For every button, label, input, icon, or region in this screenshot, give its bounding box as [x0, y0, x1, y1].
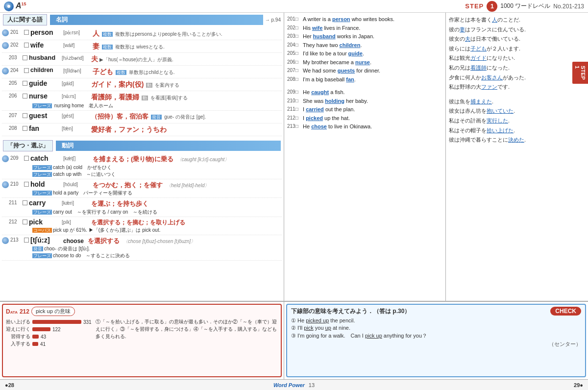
jp-203: 彼女の夫は日本で働いている. — [449, 35, 585, 44]
checkbox-212[interactable] — [23, 219, 27, 224]
spacer — [287, 84, 442, 88]
data-box-content: 拾い上げる 331 迎えに行く 122 習得する 43 — [6, 318, 278, 348]
word-entry-205: 205 guide [gáid] ガイド，案内(役) 動 を案内する — [2, 78, 282, 91]
globe-icon-210 — [2, 181, 9, 188]
words-section1: 201 person [pɑ́ːrsn] 人 複数 複数形はpersonsよりp… — [0, 27, 284, 136]
word-entry-206: 206 nurse [nɑ́ːrs] 看護師，看護婦 動 を看護[看病]する フ… — [2, 91, 282, 111]
bar-row-2: 迎えに行く 122 — [6, 326, 92, 333]
section1-title-en: 名詞 — [50, 15, 263, 25]
check-box-area: 下線部の意味を考えてみよう．（答は p.30） CHECK ① He picke… — [284, 302, 588, 379]
word-entry-208: 208 fan [fǽn] 愛好者，ファン；うちわ — [2, 123, 282, 136]
sentences-panel: 201□ A writer is a person who writes boo… — [284, 13, 446, 301]
checkbox-205[interactable] — [23, 81, 27, 86]
sentences-bottom: 209□ He caught a fish. 210□ She was hold… — [287, 88, 442, 131]
checkbox-211[interactable] — [23, 200, 27, 205]
word-power: Word Power — [273, 382, 305, 388]
step-label: STEP — [465, 2, 484, 10]
word-entry-204: 204 children [tʃíldrən] 子ども 複数 単数形はchild… — [2, 66, 282, 78]
jp-translations-bottom: 彼は魚を捕まえた. 彼女は赤ん坊を抱いていた. 私はその計画を実行した. 私はそ… — [449, 98, 585, 145]
phrase-211: フレーズcarry out ～を実行する / carry on ～を続ける — [32, 209, 157, 216]
sentence-204: 204□ They have two children. — [287, 41, 442, 49]
left-panel: 人に関する語 名詞 → p.94 201 person [pɑ́ːrsn] 人 … — [0, 13, 284, 301]
jp-205: 私は観光ガイドになりたい. — [449, 54, 585, 63]
checkbox-209[interactable] — [24, 156, 29, 161]
check-box: 下線部の意味を考えてみよう．（答は p.30） CHECK ① He picke… — [286, 304, 586, 377]
sentence-201: 201□ A writer is a person who writes boo… — [287, 15, 442, 24]
step-side-badge: STEP1 — [572, 62, 588, 84]
sentence-207: 207□ We had some guests for dinner. — [287, 67, 442, 75]
section1-header: 人に関する語 名詞 → p.94 — [0, 13, 284, 27]
check-badge: CHECK — [550, 307, 581, 316]
checkbox-201[interactable] — [24, 30, 29, 35]
check-title: 下線部の意味を考えてみよう．（答は p.30） — [291, 307, 410, 316]
header-right: STEP 1 1000 ワードレベル No.201-213 — [465, 1, 584, 12]
sentence-210: 210□ She was holding her baby. — [287, 97, 442, 105]
word-entry-211: 211 carry [kǽri] を運ぶ；を持ち歩く フレーズcarry out… — [2, 198, 282, 217]
phrase-206: フレーズ nursing home 老人ホーム — [32, 102, 113, 109]
word-entry-210: 210 hold [hóuld] をつかむ，抱く；を催す 〈held [héld… — [2, 179, 282, 198]
data-num: 212 — [20, 308, 29, 315]
data-box-area: Data 212 pick up の意味 拾い上げる 331 迎えに行く — [0, 302, 284, 379]
sentences-top: 201□ A writer is a person who writes boo… — [287, 15, 442, 83]
section2-title-jp: 「持つ・選ぶ」 — [3, 140, 53, 151]
sentence-212: 212□ I picked up the hat. — [287, 114, 442, 122]
words-section2: 209 catch [kǽtʃ] を捕まえる；(乗り物)に乗る 〈caught … — [0, 153, 284, 261]
sentence-206: 206□ My brother became a nurse. — [287, 58, 442, 67]
bar-row-4: 入手する 41 — [6, 341, 92, 347]
logo: A15 — [16, 1, 26, 10]
checkbox-208[interactable] — [23, 126, 27, 131]
checkbox-204[interactable] — [24, 68, 29, 73]
level-text: 1000 ワードレベル — [500, 2, 550, 10]
globe-icon-213 — [2, 237, 9, 244]
header: A15 STEP 1 1000 ワードレベル No.201-213 — [0, 0, 588, 13]
word-entry-212: 212 pick [pík] を選択する；を摘む；を取り上げる コーパスpick… — [2, 217, 282, 235]
right-area: STEP1 201□ A writer is a person who writ… — [284, 13, 588, 301]
sentence-208: 208□ I'm a big baseball fan. — [287, 75, 442, 84]
sentence-211: 211□ I carried out the plan. — [287, 105, 442, 114]
note-212: コーパスpick up が 61%. ▶「(多くから)選ぶ」は pick out… — [32, 227, 161, 234]
data-label: Data — [6, 308, 18, 315]
checkbox-210[interactable] — [24, 182, 29, 187]
globe-icon-209 — [2, 155, 9, 162]
bar-fill-4 — [32, 342, 38, 346]
globe-icon-201 — [2, 29, 9, 36]
data-bars: 拾い上げる 331 迎えに行く 122 習得する 43 — [6, 318, 92, 348]
sentence-205: 205□ I'd like to be a tour guide. — [287, 49, 442, 58]
bar-fill-3 — [32, 335, 39, 339]
jp-201: 作家とは本を書く人のことだ. — [449, 16, 585, 24]
bar-row-1: 拾い上げる 331 — [6, 318, 92, 325]
page-right: 29● — [574, 382, 583, 388]
word-entry-213: 213 [tʃúːz] choose を選択する 〈chose [tʃóuz]-… — [2, 235, 282, 261]
jp-211: 私はその計画を実行した. — [449, 117, 585, 125]
word-entry-203: 203 husband [hʌ́zbənd] 夫 ▶「hus(＝house)の主… — [2, 53, 282, 66]
section2-title-en: 動詞 — [56, 141, 281, 151]
jp-213: 彼は沖縄で暮らすことに決めた. — [449, 136, 585, 145]
data-box-title: Data 212 pick up の意味 — [6, 307, 278, 316]
data-topic: pick up の意味 — [31, 307, 75, 316]
notes-213: 発音choo- の発音は [tʃúː]. フレーズchoose to do ～す… — [32, 245, 130, 259]
jp-204: 彼らには子どもが２人います. — [449, 45, 585, 53]
checkbox-207[interactable] — [23, 113, 27, 118]
japanese-panel: 作家とは本を書く人のことだ. 彼の妻はフランスに住んでいる. 彼女の夫は日本で働… — [446, 13, 588, 301]
check-item-3: ③ I'm going for a walk. Can I pick up an… — [291, 332, 581, 340]
checkbox-202[interactable] — [24, 43, 29, 48]
check-item-2: ② I'll pick you up at nine. — [291, 325, 581, 331]
no-text: No.201-213 — [553, 3, 584, 10]
section1-title-jp: 人に関する語 — [3, 14, 47, 25]
jp-translations-top: 作家とは本を書く人のことだ. 彼の妻はフランスに住んでいる. 彼女の夫は日本で働… — [449, 16, 585, 92]
section1-ref: → p.94 — [265, 17, 281, 23]
checkbox-206[interactable] — [23, 94, 27, 98]
sentence-213: 213□ He chose to live in Okinawa. — [287, 122, 442, 131]
checkbox-213[interactable] — [24, 238, 29, 243]
phrase-209: フレーズcatch (a) cold かぜをひく フレーズcatch up wi… — [32, 164, 116, 178]
globe-icon-202 — [2, 42, 9, 49]
bar-row-3: 習得する 43 — [6, 333, 92, 340]
check-source: （センター） — [291, 341, 581, 348]
jp-208: 私は野球の大ファンです. — [449, 83, 585, 92]
jp-206: 私の兄は看護師になった. — [449, 64, 585, 73]
checkbox-203[interactable] — [23, 55, 27, 60]
footer-center: Word Power 13 — [273, 382, 315, 388]
globe-icon-204 — [2, 68, 9, 74]
phrase-210: フレーズhold a party パーティーを開催する — [32, 190, 132, 196]
check-items: ① He picked up the pencil. ② I'll pick y… — [291, 317, 581, 348]
